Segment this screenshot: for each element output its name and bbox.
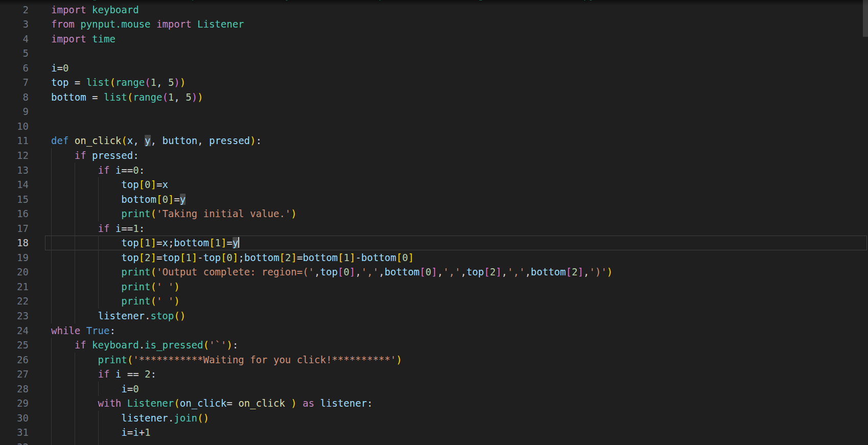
scrollbar[interactable] <box>863 0 868 445</box>
code-token: : <box>139 165 145 176</box>
code-token: if <box>98 223 110 234</box>
code-token: , <box>437 266 443 277</box>
code-token: join <box>174 412 197 424</box>
code-token: ) <box>180 77 186 88</box>
code-token: stop <box>150 310 174 321</box>
code-token: ) <box>174 77 179 88</box>
code-token: = <box>68 77 86 88</box>
code-token: - <box>355 252 361 263</box>
code-token: with <box>98 397 122 409</box>
code-line[interactable]: 28 i=0 <box>0 382 868 396</box>
code-token: time <box>92 33 116 44</box>
code-line-current[interactable]: 18 top[1]=x;bottom[1]=y <box>0 236 868 250</box>
code-line[interactable]: 19 top[2]=top[1]-top[0];bottom[2]=bottom… <box>0 250 868 265</box>
code-token: i <box>116 165 121 176</box>
code-token: ] <box>233 252 238 263</box>
code-line[interactable]: 13 if i==0: <box>0 163 868 178</box>
code-token: ] <box>291 252 296 263</box>
code-line-content: import time <box>29 32 868 46</box>
code-line-content: print('Output complete: region=(',top[0]… <box>29 265 868 279</box>
line-number: 13 <box>0 163 29 178</box>
code-token: top <box>162 252 179 263</box>
line-number: 12 <box>0 148 29 163</box>
scrollbar-thumb[interactable] <box>863 0 868 37</box>
code-token <box>314 397 320 409</box>
code-token: [ <box>139 179 145 190</box>
code-line-content: listener.join() <box>29 411 868 426</box>
code-token: , <box>355 266 361 277</box>
code-token: ')' <box>589 266 607 277</box>
code-token: [ <box>139 237 145 248</box>
code-token: import <box>51 33 86 44</box>
code-line[interactable]: 17 if i==1: <box>0 221 868 236</box>
code-line-content: print('Taking initial value.') <box>29 206 868 221</box>
code-token: '`' <box>209 339 226 350</box>
code-line[interactable]: 12 if pressed: <box>0 148 868 163</box>
code-line[interactable]: 32 <box>0 440 868 445</box>
code-line[interactable]: 25 if keyboard.is_pressed('`'): <box>0 338 868 353</box>
editor: 1 g p y p g py2import keyboard3from pynp… <box>0 0 868 445</box>
code-token: top <box>466 266 484 277</box>
code-line[interactable]: 20 print('Output complete: region=(',top… <box>0 265 868 279</box>
line-number: 22 <box>0 294 29 309</box>
code-token: ] <box>192 252 197 263</box>
code-line[interactable]: 3from pynput.mouse import Listener <box>0 17 868 32</box>
code-line-content: listener.stop() <box>29 309 868 323</box>
code-line[interactable]: 11def on_click(x, y, button, pressed): <box>0 133 868 148</box>
code-line[interactable]: 22 print(' ') <box>0 294 868 309</box>
code-line[interactable]: 15 bottom[0]=y <box>0 192 868 207</box>
code-token: [ <box>279 252 285 263</box>
code-line[interactable]: 27 if i == 2: <box>0 367 868 382</box>
code-line[interactable]: 8bottom = list(range(1, 5)) <box>0 90 868 105</box>
code-line-content: if i == 2: <box>29 367 868 382</box>
code-token: ; <box>238 252 244 263</box>
code-line[interactable]: 9 <box>0 104 868 119</box>
code-line[interactable]: 24while True: <box>0 323 868 338</box>
code-token: if <box>98 165 110 176</box>
line-number: 27 <box>0 367 29 382</box>
code-token: on_click <box>75 135 122 146</box>
code-token: bottom <box>174 237 209 248</box>
code-token: 2 <box>145 368 150 380</box>
code-lines[interactable]: 1 g p y p g py2import keyboard3from pynp… <box>0 0 868 445</box>
code-token: as <box>303 397 314 409</box>
code-token: list <box>86 77 110 88</box>
code-line[interactable]: 6i=0 <box>0 61 868 76</box>
code-line[interactable]: 16 print('Taking initial value.') <box>0 206 868 221</box>
code-token: 0 <box>226 252 232 263</box>
code-line[interactable]: 21 print(' ') <box>0 279 868 294</box>
code-token: while <box>51 325 80 336</box>
code-line[interactable]: 4import time <box>0 32 868 46</box>
code-token: ( <box>150 281 156 292</box>
code-line[interactable]: 14 top[0]=x <box>0 177 868 192</box>
code-token: 0 <box>63 62 68 74</box>
code-line[interactable]: 23 listener.stop() <box>0 309 868 323</box>
code-line[interactable]: 7top = list(range(1, 5)) <box>0 75 868 90</box>
code-token: = <box>57 62 62 74</box>
code-token: 2 <box>285 252 291 263</box>
code-line[interactable]: 31 i=i+1 <box>0 425 868 440</box>
code-token: = <box>226 397 232 409</box>
code-token: ) <box>250 135 256 146</box>
code-line[interactable]: 2import keyboard <box>0 3 868 17</box>
code-line[interactable]: 30 listener.join() <box>0 411 868 426</box>
code-line[interactable]: 26 print('***********Waiting for you cli… <box>0 353 868 367</box>
code-token: , <box>151 135 163 146</box>
code-token: ( <box>127 91 133 103</box>
code-token: ] <box>151 237 156 248</box>
code-line-content: top[2]=top[1]-top[0];bottom[2]=bottom[1]… <box>29 250 868 265</box>
code-line[interactable]: 29 with Listener(on_click= on_click ) as… <box>0 396 868 411</box>
code-token: : <box>139 223 145 234</box>
code-line-content: print(' ') <box>29 279 868 294</box>
code-line-content: bottom[0]=y <box>29 192 868 207</box>
code-token: , <box>461 266 466 277</box>
code-token <box>86 150 92 161</box>
code-token: keyboard <box>92 4 139 15</box>
code-token: x <box>127 135 133 146</box>
code-token: - <box>197 252 203 263</box>
code-token: = <box>174 194 179 205</box>
code-token: [ <box>209 237 215 248</box>
code-line[interactable]: 10 <box>0 119 868 134</box>
code-line-content: from pynput.mouse import Listener <box>29 17 868 32</box>
code-line[interactable]: 5 <box>0 46 868 61</box>
